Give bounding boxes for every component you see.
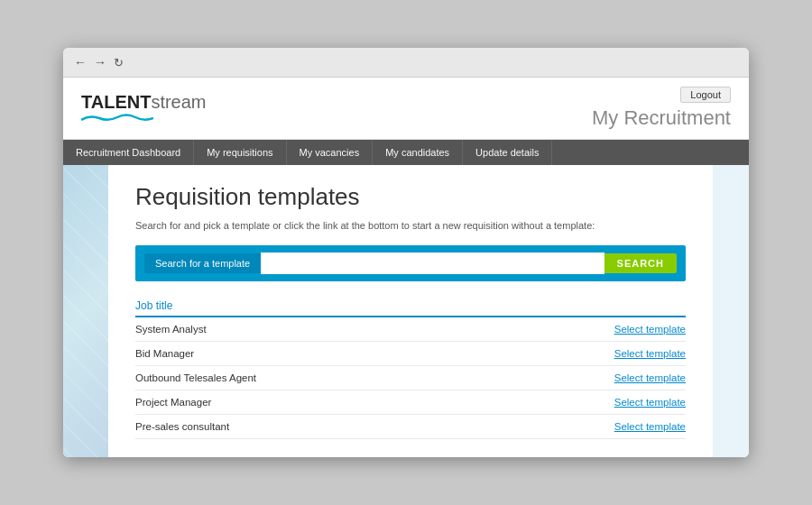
left-sidebar [63,165,108,457]
select-template-link[interactable]: Select template [614,397,686,408]
page-heading: Requisition templates [135,183,686,211]
logo-bold: TALENT [81,92,151,112]
nav-item-requisitions[interactable]: My requisitions [194,140,286,165]
sidebar-pattern [63,165,108,457]
job-title-cell: Project Manager [135,390,481,415]
select-template-link[interactable]: Select template [614,421,686,432]
nav-item-candidates[interactable]: My candidates [373,140,463,165]
logo-wave-icon [81,113,153,124]
table-row: System Analyst Select template [135,317,686,342]
select-template-cell: Select template [481,390,686,415]
select-template-link[interactable]: Select template [614,324,686,335]
select-template-cell: Select template [481,415,686,439]
content-area: Requisition templates Search for and pic… [108,165,713,457]
nav-item-dashboard[interactable]: Recruitment Dashboard [63,140,194,165]
page-description: Search for and pick a template or click … [135,220,686,231]
column-header-title[interactable]: Job title [135,296,481,317]
job-title-cell: System Analyst [135,317,481,342]
header-right: Logout My Recruitment [592,87,731,130]
search-input[interactable] [261,252,604,274]
browser-window: ← → ↻ TALENTstream Logout My Recruitment… [63,48,749,457]
forward-button[interactable]: → [94,55,106,69]
search-label-button[interactable]: Search for a template [144,253,261,273]
select-template-link[interactable]: Select template [614,372,686,383]
logo-area: TALENTstream [81,93,207,124]
table-row: Outbound Telesales Agent Select template [135,366,686,390]
results-table: Job title System Analyst Select template… [135,296,686,439]
refresh-button[interactable]: ↻ [114,56,124,69]
table-row: Project Manager Select template [135,390,686,415]
logo-light: stream [151,92,206,112]
select-template-cell: Select template [481,317,686,342]
select-template-link[interactable]: Select template [614,348,686,359]
search-submit-button[interactable]: SeaRcH [604,253,677,273]
browser-chrome: ← → ↻ [63,48,749,78]
column-header-action [481,296,686,317]
job-title-cell: Bid Manager [135,342,481,366]
nav-item-vacancies[interactable]: My vacancies [287,140,374,165]
job-title-cell: Outbound Telesales Agent [135,366,481,390]
table-row: Bid Manager Select template [135,342,686,366]
search-bar: Search for a template SeaRcH [135,245,686,281]
nav-item-update[interactable]: Update details [463,140,552,165]
right-sidebar [713,165,749,457]
page-title: My Recruitment [592,106,731,130]
nav-bar: Recruitment Dashboard My requisitions My… [63,140,749,165]
logout-button[interactable]: Logout [680,87,731,103]
logo-text: TALENTstream [81,93,207,111]
back-button[interactable]: ← [74,55,87,69]
select-template-cell: Select template [481,366,686,390]
job-title-cell: Pre-sales consultant [135,415,481,439]
select-template-cell: Select template [481,342,686,366]
site-header: TALENTstream Logout My Recruitment [63,78,749,140]
table-row: Pre-sales consultant Select template [135,415,686,439]
main-layout: Requisition templates Search for and pic… [63,165,749,457]
